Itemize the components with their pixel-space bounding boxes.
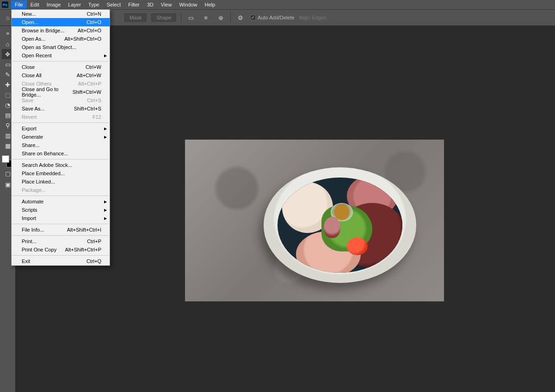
path-ops-icon[interactable]: ⊕ (216, 12, 226, 23)
plate-graphic (264, 167, 416, 283)
menu-select[interactable]: Select (103, 0, 125, 9)
submenu-arrow-icon: ▶ (104, 135, 107, 139)
menu-item-label: Open... (22, 19, 38, 25)
menu-type[interactable]: Type (85, 0, 103, 9)
menu-item-shortcut: Alt+Shift+Ctrl+P (65, 247, 101, 252)
submenu-arrow-icon: ▶ (104, 216, 107, 220)
menu-image[interactable]: Image (43, 0, 65, 9)
menu-item-label: Close (22, 64, 35, 70)
menu-item-shortcut: Alt+Ctrl+P (78, 81, 101, 86)
menu-item-label: Save As... (22, 106, 45, 111)
menu-item-export[interactable]: Export▶ (12, 124, 110, 133)
menu-separator (12, 61, 109, 61)
menu-item-place-embedded[interactable]: Place Embedded... (12, 169, 110, 178)
menu-separator (12, 122, 109, 123)
menu-item-new[interactable]: New...Ctrl+N (12, 10, 110, 18)
menu-item-browse-in-bridge[interactable]: Browse in Bridge...Alt+Ctrl+O (12, 26, 110, 35)
menu-item-package: Package... (12, 186, 110, 194)
menu-item-shortcut: Ctrl+O (86, 19, 101, 25)
menu-view[interactable]: View (157, 0, 176, 9)
menu-item-label: Share on Behance... (22, 151, 68, 156)
menu-item-label: Generate (22, 134, 43, 140)
menu-item-automate[interactable]: Automate▶ (12, 197, 110, 206)
menu-item-shortcut: Alt+Shift+Ctrl+O (64, 36, 101, 42)
menu-item-generate[interactable]: Generate▶ (12, 133, 110, 141)
menu-item-exit[interactable]: ExitCtrl+Q (12, 257, 110, 265)
menu-item-save-as[interactable]: Save As...Shift+Ctrl+S (12, 104, 110, 113)
menu-item-open[interactable]: Open...Ctrl+O (12, 18, 110, 26)
menu-item-open-as[interactable]: Open As...Alt+Shift+Ctrl+O (12, 35, 110, 43)
distribute-icon[interactable]: ≡ (201, 12, 211, 23)
menu-separator (12, 255, 109, 256)
menu-3d[interactable]: 3D (143, 0, 157, 9)
menu-item-close[interactable]: CloseCtrl+W (12, 63, 110, 71)
checkbox-icon: ✓ (250, 15, 256, 20)
menu-window[interactable]: Window (175, 0, 201, 9)
menu-filter[interactable]: Filter (124, 0, 143, 9)
menu-item-close-and-go-to-bridge[interactable]: Close and Go to Bridge...Shift+Ctrl+W (12, 88, 110, 96)
menu-file[interactable]: File (11, 0, 27, 9)
menu-help[interactable]: Help (201, 0, 219, 9)
menu-item-place-linked[interactable]: Place Linked... (12, 178, 110, 186)
auto-add-delete-checkbox[interactable]: ✓ Auto Add/Delete (250, 15, 295, 20)
menu-item-shortcut: Shift+Ctrl+W (73, 89, 101, 95)
menu-item-file-info[interactable]: File Info...Alt+Shift+Ctrl+I (12, 226, 110, 234)
menu-item-shortcut: Ctrl+W (86, 64, 101, 70)
foreground-swatch[interactable] (2, 155, 9, 163)
menu-item-label: File Info... (22, 227, 44, 233)
menu-item-label: Browse in Bridge... (22, 28, 64, 33)
menu-item-shortcut: F12 (92, 114, 101, 120)
menu-item-label: Export (22, 126, 37, 131)
menu-item-print-one-copy[interactable]: Print One CopyAlt+Shift+Ctrl+P (12, 245, 110, 254)
canvas[interactable] (185, 140, 444, 301)
menu-item-label: Place Linked... (22, 179, 55, 184)
menu-layer[interactable]: Layer (64, 0, 85, 9)
menu-item-label: Print One Copy (22, 247, 56, 252)
menu-item-shortcut: Alt+Shift+Ctrl+I (67, 227, 101, 233)
menu-separator (12, 224, 109, 224)
menu-item-search-adobe-stock[interactable]: Search Adobe Stock... (12, 161, 110, 169)
menu-item-shortcut: Ctrl+P (87, 239, 101, 244)
menu-item-label: Search Adobe Stock... (22, 162, 72, 168)
menu-item-label: Automate (22, 199, 43, 204)
menu-item-open-recent[interactable]: Open Recent▶ (12, 51, 110, 60)
menu-separator (12, 159, 109, 159)
menu-item-label: Open Recent (22, 53, 52, 58)
menu-item-label: Import (22, 215, 36, 221)
menu-item-label: Share... (22, 142, 40, 148)
auto-add-delete-label: Auto Add/Delete (258, 15, 295, 20)
menu-edit[interactable]: Edit (27, 0, 43, 9)
submenu-arrow-icon: ▶ (104, 208, 107, 212)
app-icon: Ps (2, 1, 8, 8)
menu-item-shortcut: Shift+Ctrl+S (74, 106, 101, 111)
submenu-arrow-icon: ▶ (104, 54, 107, 58)
menu-item-share-on-behance[interactable]: Share on Behance... (12, 149, 110, 158)
menubar: Ps FileEditImageLayerTypeSelectFilter3DV… (0, 0, 555, 9)
align-icon[interactable]: ▭ (186, 12, 196, 23)
menu-item-label: Save (22, 98, 33, 103)
menu-item-print[interactable]: Print...Ctrl+P (12, 237, 110, 245)
separator (230, 12, 231, 23)
menu-separator (12, 196, 109, 196)
menu-item-label: Scripts (22, 207, 37, 213)
menu-item-label: Exit (22, 258, 30, 264)
menu-item-label: Close Others (22, 81, 51, 86)
menu-item-shortcut: Alt+Ctrl+O (78, 28, 101, 33)
gear-icon[interactable]: ⚙ (235, 12, 246, 23)
menu-item-save: SaveCtrl+S (12, 96, 110, 104)
menu-item-label: Open As... (22, 36, 45, 42)
align-edges-label[interactable]: Align Edges (299, 15, 327, 20)
menu-item-scripts[interactable]: Scripts▶ (12, 206, 110, 214)
menu-item-import[interactable]: Import▶ (12, 214, 110, 222)
menu-item-label: Revert (22, 114, 37, 120)
mask-button[interactable]: Mask (124, 13, 147, 22)
separator (181, 12, 181, 23)
menu-separator (12, 235, 109, 236)
menu-item-share[interactable]: Share... (12, 141, 110, 149)
submenu-arrow-icon: ▶ (104, 127, 107, 131)
menu-item-shortcut: Ctrl+N (87, 11, 101, 17)
menu-item-open-as-smart-object[interactable]: Open as Smart Object... (12, 43, 110, 51)
menu-item-close-all[interactable]: Close AllAlt+Ctrl+W (12, 71, 110, 80)
menu-item-label: New... (22, 11, 36, 17)
shape-button[interactable]: Shape (151, 13, 176, 22)
